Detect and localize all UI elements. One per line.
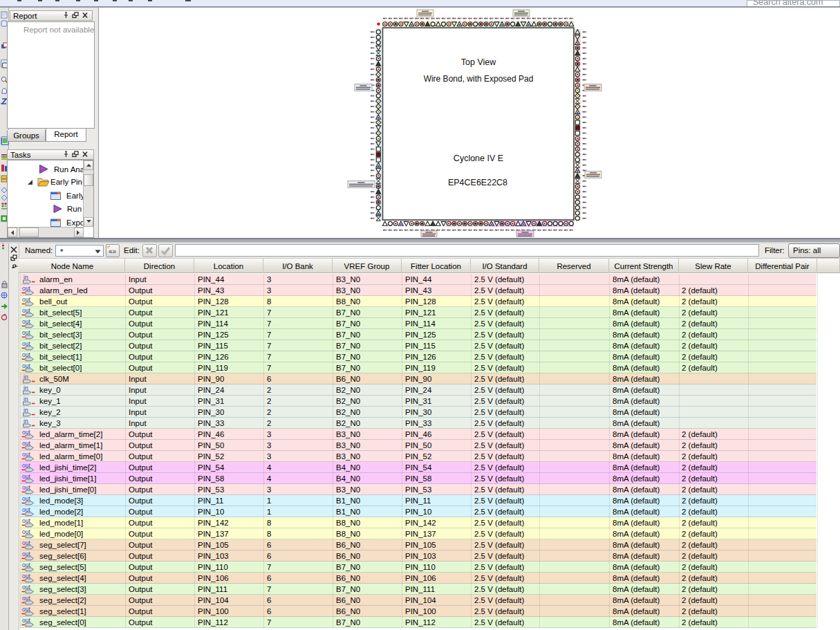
svg-text:Run Anal: Run Anal (54, 165, 84, 174)
svg-text:Expo: Expo (66, 219, 84, 227)
svg-text:Run I: Run I (67, 205, 84, 213)
svg-text:Cyclone IV E: Cyclone IV E (454, 154, 503, 163)
svg-text:«»: «» (109, 248, 117, 255)
svg-text:EP4CE6E22C8: EP4CE6E22C8 (448, 178, 507, 187)
svg-text:Top View: Top View (461, 57, 496, 67)
svg-text:Early Pin: Early Pin (50, 178, 82, 186)
svg-text:Early: Early (66, 192, 84, 200)
svg-text:Wire Bond, with Exposed Pad: Wire Bond, with Exposed Pad (424, 74, 534, 84)
